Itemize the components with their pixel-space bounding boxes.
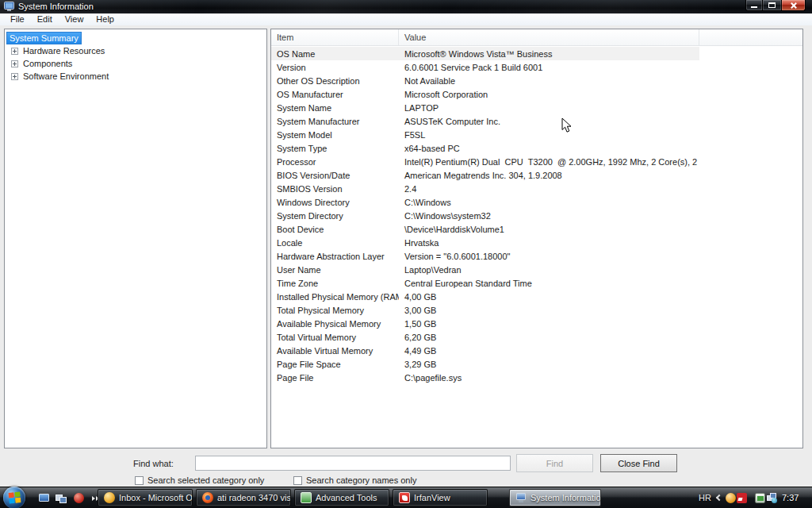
tree-item-components[interactable]: Components: [5, 57, 266, 70]
table-row[interactable]: Page FileC:\pagefile.sys: [271, 371, 699, 384]
table-row[interactable]: System ManufacturerASUSTeK Computer Inc.: [271, 114, 699, 128]
tree-item-hardware-resources[interactable]: Hardware Resources: [5, 44, 266, 57]
close-find-button[interactable]: Close Find: [600, 454, 677, 472]
taskbar-button-label: IrfanView: [414, 493, 450, 502]
taskbar-button-label: System Information: [530, 493, 601, 502]
value-cell: 4,49 GB: [399, 346, 699, 356]
table-row[interactable]: Boot Device\Device\HarddiskVolume1: [271, 222, 699, 236]
item-cell: Hardware Abstraction Layer: [271, 252, 399, 261]
column-header-item[interactable]: Item: [271, 29, 399, 45]
column-header-value[interactable]: Value: [399, 29, 699, 45]
item-cell: System Type: [271, 144, 399, 153]
find-button[interactable]: Find: [516, 454, 593, 472]
start-button[interactable]: [3, 487, 25, 508]
table-row[interactable]: System Typex64-based PC: [271, 141, 699, 155]
value-cell: 3,29 GB: [399, 360, 699, 369]
menu-edit[interactable]: Edit: [31, 13, 59, 25]
taskbar-button-firefox[interactable]: ati radeon 3470 vista...: [196, 489, 291, 506]
item-cell: Page File: [271, 373, 399, 383]
table-row[interactable]: Hardware Abstraction LayerVersion = "6.0…: [271, 249, 699, 263]
table-header: Item Value: [271, 29, 802, 46]
tray-expand-chevron-icon[interactable]: [716, 495, 722, 501]
battery-icon[interactable]: [755, 493, 765, 503]
item-cell: OS Name: [271, 49, 399, 59]
maximize-button[interactable]: [763, 0, 782, 11]
table-row[interactable]: Other OS DescriptionNot Available: [271, 74, 699, 87]
item-cell: Total Physical Memory: [271, 306, 399, 315]
table-row[interactable]: OS NameMicrosoft® Windows Vista™ Busines…: [271, 47, 699, 60]
screen: System Information File Edit View Help S…: [0, 0, 812, 508]
value-cell: 4,00 GB: [399, 292, 699, 302]
table-row[interactable]: Page File Space3,29 GB: [271, 357, 699, 371]
value-cell: x64-based PC: [399, 144, 699, 153]
table-row[interactable]: Windows DirectoryC:\Windows: [271, 195, 699, 209]
language-indicator[interactable]: HR: [699, 493, 711, 502]
expand-plus-icon[interactable]: [11, 73, 18, 80]
switch-windows-icon[interactable]: [56, 493, 68, 504]
table-row[interactable]: System NameLAPTOP: [271, 101, 699, 114]
tree-item-system-summary[interactable]: System Summary: [5, 32, 266, 44]
item-cell: Version: [271, 63, 399, 72]
item-cell: Available Physical Memory: [271, 319, 399, 329]
minimize-button[interactable]: [745, 0, 763, 11]
taskbar-button-system-information[interactable]: System Information: [509, 489, 601, 506]
table-row[interactable]: LocaleHrvatska: [271, 236, 699, 249]
table-row[interactable]: Installed Physical Memory (RAM)4,00 GB: [271, 290, 699, 303]
value-cell: ASUSTeK Computer Inc.: [399, 117, 699, 126]
table-row[interactable]: User NameLaptop\Vedran: [271, 263, 699, 276]
search-category-names-checkbox[interactable]: [293, 476, 302, 485]
expand-plus-icon[interactable]: [11, 60, 18, 67]
table-row[interactable]: System ModelF5SL: [271, 128, 699, 141]
find-input[interactable]: [195, 456, 511, 471]
table-row[interactable]: Time ZoneCentral European Standard Time: [271, 276, 699, 290]
item-cell: User Name: [271, 265, 399, 275]
menu-help[interactable]: Help: [90, 13, 121, 25]
tree-item-label: Software Environment: [23, 71, 109, 81]
maximize-icon: [768, 2, 776, 8]
table-row[interactable]: ProcessorIntel(R) Pentium(R) Dual CPU T3…: [271, 155, 699, 168]
show-desktop-icon[interactable]: [38, 493, 51, 504]
window-controls: [745, 0, 806, 11]
table-row[interactable]: SMBIOS Version2.4: [271, 182, 699, 195]
value-cell: LAPTOP: [399, 103, 699, 113]
item-cell: Total Virtual Memory: [271, 333, 399, 342]
value-cell: C:\Windows: [399, 198, 699, 207]
close-button[interactable]: [782, 0, 806, 11]
menu-view[interactable]: View: [59, 13, 90, 25]
quick-launch-app-icon[interactable]: [73, 493, 86, 504]
table-row[interactable]: OS ManufacturerMicrosoft Corporation: [271, 87, 699, 101]
tray-app-icon[interactable]: [737, 493, 747, 503]
table-row[interactable]: Available Virtual Memory4,49 GB: [271, 344, 699, 357]
mouse-cursor: [561, 117, 572, 134]
item-cell: SMBIOS Version: [271, 184, 399, 194]
window-title: System Information: [18, 2, 94, 11]
item-cell: BIOS Version/Date: [271, 171, 399, 180]
table-row[interactable]: Available Physical Memory1,50 GB: [271, 317, 699, 330]
table-row[interactable]: BIOS Version/DateAmerican Megatrends Inc…: [271, 168, 699, 182]
table-row[interactable]: System DirectoryC:\Windows\system32: [271, 209, 699, 222]
taskbar-button-outlook-inbox[interactable]: Inbox - Microsoft O...: [98, 489, 193, 506]
taskbar-button-advanced-tools[interactable]: Advanced Tools: [294, 489, 389, 506]
clock[interactable]: 7:37: [782, 493, 799, 502]
search-selected-category-label: Search selected category only: [147, 475, 264, 485]
system-information-app-icon: [4, 2, 14, 12]
menu-file[interactable]: File: [4, 13, 31, 25]
item-cell: Processor: [271, 157, 399, 167]
table-row[interactable]: Version6.0.6001 Service Pack 1 Build 600…: [271, 60, 699, 74]
table-row[interactable]: Total Physical Memory3,00 GB: [271, 303, 699, 317]
expand-plus-icon[interactable]: [11, 48, 18, 55]
value-cell: 2.4: [399, 184, 699, 194]
taskbar-button-irfanview[interactable]: IrfanView: [393, 489, 488, 506]
table-row[interactable]: Total Virtual Memory6,20 GB: [271, 330, 699, 344]
item-cell: System Model: [271, 130, 399, 140]
system-information-icon: [515, 492, 527, 503]
search-selected-category-checkbox[interactable]: [135, 476, 144, 485]
windows-flag-icon: [8, 491, 21, 503]
value-cell: 6,20 GB: [399, 333, 699, 342]
tree-item-software-environment[interactable]: Software Environment: [5, 70, 266, 83]
value-cell: American Megatrends Inc. 304, 1.9.2008: [399, 171, 699, 180]
tray-notification-icon[interactable]: [726, 493, 736, 503]
taskbar-button-label: Advanced Tools: [316, 493, 377, 502]
item-cell: Installed Physical Memory (RAM): [271, 292, 399, 302]
network-icon[interactable]: [767, 493, 777, 503]
